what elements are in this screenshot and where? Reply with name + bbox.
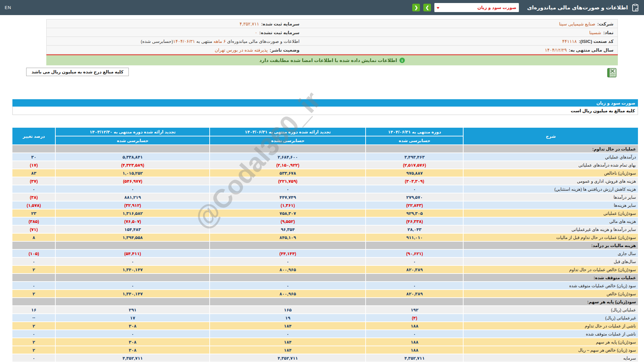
table-row: سود(زیان) پایه هر سهم۱۸۸۱۸۴۳۰۸۲ <box>12 338 638 346</box>
language-switch-en[interactable]: EN <box>5 5 11 10</box>
excel-export-icon[interactable] <box>606 68 617 78</box>
cell-percent-change: ۰ <box>12 354 55 362</box>
issuer-status-label: وضعیت ناشر: <box>270 48 300 53</box>
cell-value-current: (۹۰,۶۲۱) <box>366 250 463 257</box>
row-label: هزینه مالیات بر درآمد: <box>464 242 638 249</box>
table-row: درآمدهاي عملياتي۳,۴۹۳,۴۶۳۲,۶۸۴,۶۰۰۵,۳۳۸,… <box>12 153 638 161</box>
table-row: ناشی از عملیات در حال تداوم۱۸۸۱۸۴۳۰۸۲ <box>12 322 638 329</box>
statement-table-body: عملیات در حال تداوم:درآمدهاي عملياتي۳,۴۹… <box>12 145 638 362</box>
cell-value-current: ۹۱۱,۰۱۰ <box>366 234 463 241</box>
company-info-card: شرکت:صنایع شیمیایی سینا سرمایه ثبت شده:۴… <box>46 19 618 54</box>
cell-value-prior: (۲,۱۵۰,۹۲۲) <box>210 161 365 169</box>
chevron-down-icon: ▾ <box>437 5 439 10</box>
cell-value-annual: (۷۶,۵۰۷) <box>56 218 209 225</box>
cell-value-current: (۲۲,۸۴۳) <box>366 201 463 209</box>
cell-percent-change: ۲ <box>12 322 55 329</box>
cell-value-prior: ۷۵۸,۳۰۷ <box>210 209 365 217</box>
cell-percent-change <box>12 145 55 153</box>
cell-value-annual: ۰ <box>56 258 209 265</box>
table-row: عملیاتی (ریال)۱۹۲۱۶۵۲۹۱۱۶ <box>12 306 638 313</box>
cell-value-current: ۱۸۸ <box>366 346 463 354</box>
cell-value-annual: ۰ <box>56 282 209 289</box>
cell-value-annual: (۵۴۶,۹۷۷) <box>56 177 209 185</box>
cell-value-current: (۴۶,۳۳۸) <box>366 218 463 225</box>
table-row: سود (زیان) خالص عملیات متوقف شده۰۰۰۰ <box>12 282 638 289</box>
report-type-select[interactable]: صورت سود و زیان ▾ <box>434 3 519 12</box>
table-row: هزینه های مالی(۴۶,۳۳۸)(۹,۵۵۲)(۷۶,۵۰۷)(۳۸… <box>12 218 638 225</box>
company-info-row: نماد:شسینا سرمایه ثبت نشده:۰ <box>47 28 618 37</box>
cell-percent-change: ۸۳ <box>12 169 55 177</box>
row-label: عملیاتی (ریال) <box>464 306 638 313</box>
symbol-value: شسینا <box>589 30 601 35</box>
row-label: هزینه های مالی <box>464 218 638 225</box>
cell-percent-change: ۸ <box>12 234 55 241</box>
cell-value-prior: ۴۴۷,۷۴۹ <box>210 193 365 201</box>
cell-value-current <box>366 298 463 305</box>
row-label: سال جاری <box>464 250 638 257</box>
prev-report-button[interactable]: ❮ <box>412 4 420 11</box>
section-row: سود(زیان) پایه هر سهم: <box>12 298 638 305</box>
cell-value-annual: ۱,۰۱۵,۲۵۲ <box>56 169 209 177</box>
cell-value-annual: ۱۷ <box>56 314 209 321</box>
cell-value-prior: ۱۸۴ <box>210 346 365 354</box>
cell-value-current: ۹۷۵,۸۸۷ <box>366 169 463 177</box>
cell-percent-change: (۳۸) <box>12 193 55 201</box>
cell-value-current <box>366 242 463 249</box>
cell-percent-change: (۳۷) <box>12 177 55 185</box>
cell-value-current: ۳,۴۹۳,۴۶۳ <box>366 153 463 161</box>
issuer-status-value: پذیرفته شده در بورس تهران <box>215 48 268 53</box>
row-label: بهای تمام شده درآمدهای عملیاتی <box>464 161 638 169</box>
cell-value-prior: ۰ <box>210 282 365 289</box>
row-label: سود(زیان) ناخالص <box>464 169 638 177</box>
cell-value-prior <box>210 145 365 153</box>
next-report-button[interactable]: ❯ <box>423 4 431 11</box>
cell-value-prior: ۹۶,۳۵۴ <box>210 226 365 233</box>
row-label: سود(زیان) پایه هر سهم <box>464 338 638 346</box>
cell-value-annual: ۲۹۱ <box>56 306 209 313</box>
cell-value-current: (۳۰۳,۳۰۹) <box>366 177 463 185</box>
isic-code-label: کد صنعت (ISIC): <box>579 39 613 44</box>
cell-value-annual: ۰ <box>56 330 209 338</box>
cell-value-current: ۰ <box>366 258 463 265</box>
cell-value-annual: ۴,۳۵۲,۷۱۱ <box>56 354 209 362</box>
report-period-date: ۱۴۰۴/۰۶/۳۱ <box>173 39 195 44</box>
cell-value-annual <box>56 298 209 305</box>
unregistered-capital-label: سرمایه ثبت نشده: <box>259 30 300 35</box>
table-row: هزینه های فروش، اداری و عمومی(۳۰۳,۳۰۹)(۲… <box>12 177 638 185</box>
cell-value-prior: ۸۰۰,۹۶۵ <box>210 266 365 273</box>
row-label: سود (زیان) خالص هر سهم – ریال <box>464 346 638 354</box>
row-label: سرمایه <box>464 354 638 362</box>
cell-value-annual: (۵۴,۴۱۱) <box>56 250 209 257</box>
report-period-sentence: اطلاعات و صورت‌های مالی میاندوره‌ای <box>226 39 300 44</box>
row-label: سایر هزینه‌ها <box>464 201 638 209</box>
row-label: سود(زیان) خالص عملیات در حال تداوم <box>464 266 638 273</box>
cell-value-annual <box>56 145 209 153</box>
top-bar: اطلاعات و صورت‌های مالی میاندوره‌ای صورت… <box>0 0 644 15</box>
cell-value-prior: ۸۰۰,۹۶۵ <box>210 290 365 297</box>
cell-value-prior: ۰ <box>210 330 365 338</box>
cell-value-annual: ۸۸۱,۲۱۹ <box>56 193 209 201</box>
table-row: سایر درآمدها۲۷۹,۵۷۰۴۴۷,۷۴۹۸۸۱,۲۱۹(۳۸) <box>12 193 638 201</box>
fiscal-year-value: ۱۴۰۴/۱۲/۲۹ <box>545 48 567 53</box>
cell-value-prior: ۱۸۴ <box>210 322 365 329</box>
subheader-audited: حسابرسی شده <box>366 136 463 144</box>
cell-value-current: ۰ <box>366 282 463 289</box>
table-row: سود(زیان) خالص۸۲۰,۳۸۹۸۰۰,۹۶۵۱,۳۴۰,۱۴۷۲ <box>12 290 638 297</box>
statement-title-bar: صورت سود و زیان <box>12 99 638 107</box>
table-row: هزينه کاهش ارزش دريافتني ها (هزينه استثن… <box>12 185 638 193</box>
table-row: سود(زیان) ناخالص۹۷۵,۸۸۷۵۳۳,۶۷۸۱,۰۱۵,۲۵۲۸… <box>12 169 638 177</box>
cell-percent-change: (۷۱) <box>12 226 55 233</box>
company-name: صنایع شیمیایی سینا <box>559 21 595 26</box>
col-header-current-period: دوره منتهی به ۱۴۰۴/۰۶/۳۱ <box>366 128 463 136</box>
cell-percent-change: (۳۸۵) <box>12 218 55 225</box>
table-row: سود (زیان) خالص هر سهم – ریال۱۸۸۱۸۴۳۰۸۲ <box>12 346 638 354</box>
cell-value-prior: ۱۸۴ <box>210 338 365 346</box>
row-label: هزینه های فروش، اداری و عمومی <box>464 177 638 185</box>
row-label: عملیات در حال تداوم: <box>464 145 638 153</box>
col-header-description: شرح <box>464 128 638 144</box>
row-label: سایر درآمدها و هزینه های غیرعملیاتی <box>464 226 638 233</box>
clipboard-icon <box>631 4 639 12</box>
cell-value-current: ۹۲۹,۳۰۵ <box>366 209 463 217</box>
cell-value-current: ۰ <box>366 185 463 193</box>
info-icon: i <box>399 58 405 63</box>
